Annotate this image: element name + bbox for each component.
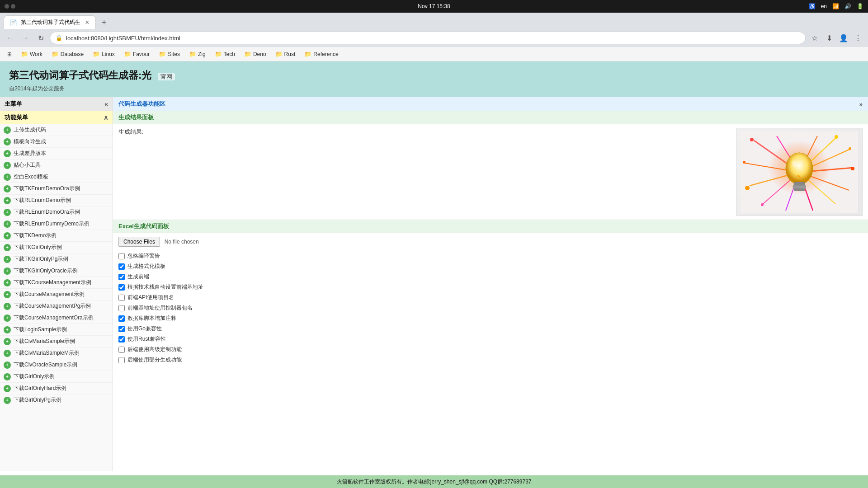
- sidebar-menu-item[interactable]: +下载TKEnumDemoOra示例: [0, 183, 113, 195]
- bookmark-favour[interactable]: 📁 Favour: [120, 49, 153, 59]
- sidebar-menu-item[interactable]: +贴心小工具: [0, 160, 113, 171]
- svg-point-22: [786, 153, 813, 184]
- menu-plus-icon: +: [4, 174, 11, 181]
- sidebar-menu-item[interactable]: +下载TKGirlOnlyPg示例: [0, 253, 113, 265]
- checkbox-input[interactable]: [118, 347, 125, 353]
- bookmark-deno[interactable]: 📁 Deno: [241, 49, 270, 59]
- sidebar-menu-item[interactable]: +下载LoginSample示例: [0, 324, 113, 336]
- bookmark-linux[interactable]: 📁 Linux: [89, 49, 118, 59]
- checkbox-input[interactable]: [118, 274, 125, 280]
- sidebar-menu-item[interactable]: +下载RLEnumDemoOra示例: [0, 206, 113, 218]
- bookmark-sites[interactable]: 📁 Sites: [155, 49, 184, 59]
- bookmark-work-label: Work: [30, 51, 42, 57]
- sidebar-menu-item[interactable]: +空白Excel模板: [0, 171, 113, 183]
- menu-plus-icon: +: [4, 279, 11, 286]
- sidebar-menu-item[interactable]: +下载TKDemo示例: [0, 230, 113, 242]
- svg-point-19: [849, 147, 851, 150]
- sidebar-menu-item[interactable]: +模板向导生成: [0, 136, 113, 148]
- sidebar-menu-item[interactable]: +下载CivMariaSample示例: [0, 336, 113, 347]
- bookmark-work[interactable]: 📁 Work: [17, 49, 46, 59]
- bookmark-tech[interactable]: 📁 Tech: [211, 49, 239, 59]
- sidebar-menu-item[interactable]: +下载GirlOnly示例: [0, 371, 113, 383]
- bookmark-zig[interactable]: 📁 Zig: [185, 49, 209, 59]
- checkbox-input[interactable]: [118, 263, 125, 270]
- menu-item-label: 下载TKGirlOnly示例: [14, 244, 62, 251]
- content-section-toggle[interactable]: »: [859, 101, 863, 108]
- menu-button[interactable]: ⋮: [852, 32, 864, 44]
- func-menu-header: 功能菜单 ∧: [0, 111, 113, 124]
- checkbox-input[interactable]: [118, 336, 125, 343]
- reload-button[interactable]: ↻: [34, 32, 47, 44]
- menu-item-label: 下载GirlOnlyHard示例: [14, 385, 66, 392]
- address-bar[interactable]: 🔒 localhost:8080/LightSBMEU/html/index.h…: [50, 32, 806, 44]
- forward-button[interactable]: →: [19, 32, 32, 44]
- menu-plus-icon: +: [4, 397, 11, 404]
- battery-icon: 🔋: [857, 3, 863, 9]
- checkbox-input[interactable]: [118, 253, 125, 259]
- tab-close-button[interactable]: ×: [84, 19, 90, 27]
- url-text: localhost:8080/LightSBMEU/html/index.htm…: [66, 35, 800, 42]
- bookmark-database[interactable]: 📁 Database: [48, 49, 87, 59]
- file-choose-button[interactable]: Choose Files: [118, 237, 160, 247]
- sidebar-menu-item[interactable]: +下载TKGirlOnlyOracle示例: [0, 265, 113, 277]
- sidebar-menu-item[interactable]: +下载CourseManagementOra示例: [0, 312, 113, 324]
- active-tab[interactable]: 📄 第三代动词算子式代码生 ×: [4, 15, 96, 29]
- window-controls[interactable]: [5, 4, 15, 9]
- menu-item-label: 下载RLEnumDummyDemo示例: [14, 220, 90, 228]
- menu-plus-icon: +: [4, 314, 11, 322]
- results-panel: 生成结果面板 生成结果:: [113, 111, 868, 220]
- menu-plus-icon: +: [4, 185, 11, 192]
- folder-icon: 📁: [21, 51, 28, 57]
- excel-section-header: Excel生成代码面板: [113, 220, 868, 233]
- sidebar-menu-item[interactable]: +下载TKGirlOnly示例: [0, 242, 113, 253]
- sidebar-toggle-button[interactable]: «: [104, 100, 108, 108]
- bookmark-rust[interactable]: 📁 Rust: [272, 49, 299, 59]
- menu-item-label: 下载GirlOnlyPg示例: [14, 396, 61, 404]
- sidebar-menu-item[interactable]: +下载CivOracleSample示例: [0, 359, 113, 371]
- back-button[interactable]: ←: [4, 32, 16, 44]
- sidebar-menu-item[interactable]: +下载CourseManagementPg示例: [0, 300, 113, 312]
- profile-button[interactable]: 👤: [837, 32, 850, 44]
- excel-panel: Excel生成代码面板 Choose Files No file chosen …: [113, 220, 868, 471]
- checkbox-input[interactable]: [118, 315, 125, 322]
- checkbox-input[interactable]: [118, 284, 125, 291]
- folder-icon: 📁: [215, 51, 222, 57]
- checkbox-input[interactable]: [118, 357, 125, 363]
- sidebar-menu-item[interactable]: +下载CivMariaSampleM示例: [0, 347, 113, 359]
- accessibility-icon: ♿: [809, 3, 816, 9]
- checkbox-label: 忽略编译警告: [127, 252, 160, 260]
- bookmark-linux-label: Linux: [102, 51, 115, 57]
- func-menu-toggle-button[interactable]: ∧: [104, 114, 108, 121]
- menu-plus-icon: +: [4, 338, 11, 345]
- sidebar-menu-item[interactable]: +下载RLEnumDummyDemo示例: [0, 218, 113, 230]
- os-taskbar: Nov 17 15:38 ♿ en 📶 🔊 🔋: [0, 0, 868, 13]
- bookmark-zig-label: Zig: [198, 51, 206, 57]
- sidebar-menu-item[interactable]: +下载CourseManagement示例: [0, 289, 113, 300]
- checkbox-input[interactable]: [118, 305, 125, 311]
- menu-plus-icon: +: [4, 373, 11, 380]
- menu-plus-icon: +: [4, 197, 11, 204]
- taskbar-datetime: Nov 17 15:38: [418, 3, 450, 9]
- results-label: 生成结果:: [118, 128, 144, 216]
- download-button[interactable]: ⬇: [823, 32, 835, 44]
- sidebar-menu-item[interactable]: +下载GirlOnlyPg示例: [0, 394, 113, 406]
- apps-button[interactable]: ⊞: [4, 50, 15, 59]
- bookmark-star-button[interactable]: ☆: [808, 32, 821, 44]
- menu-item-label: 下载TKEnumDemoOra示例: [14, 185, 80, 192]
- content-area: 代码生成器功能区 » 生成结果面板 生成结果:: [113, 97, 868, 471]
- official-link[interactable]: 官网: [158, 73, 175, 80]
- bookmark-reference[interactable]: 📁 Reference: [301, 49, 342, 59]
- menu-item-label: 下载CourseManagement示例: [14, 291, 85, 298]
- checkbox-input[interactable]: [118, 295, 125, 301]
- menu-item-label: 下载RLEnumDemoOra示例: [14, 208, 80, 216]
- sidebar-menu-item[interactable]: +上传生成代码: [0, 124, 113, 136]
- checkbox-item: 后端使用高级定制功能: [118, 346, 863, 353]
- sidebar-menu-item[interactable]: +下载TKCourseManagement示例: [0, 277, 113, 289]
- sidebar-menu-item[interactable]: +下载GirlOnlyHard示例: [0, 383, 113, 394]
- menu-item-label: 下载RLEnumDemo示例: [14, 197, 71, 204]
- sidebar-menu-item[interactable]: +生成差异版本: [0, 148, 113, 160]
- new-tab-button[interactable]: +: [98, 16, 110, 29]
- checkbox-input[interactable]: [118, 326, 125, 332]
- apps-icon: ⊞: [7, 51, 12, 57]
- sidebar-menu-item[interactable]: +下载RLEnumDemo示例: [0, 195, 113, 206]
